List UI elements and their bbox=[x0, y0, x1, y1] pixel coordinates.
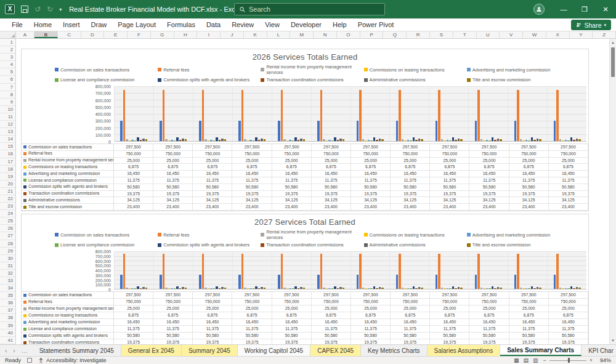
bar-rental-income-from-property-management-services[interactable] bbox=[126, 139, 128, 141]
bar-title-and-escrow-commission[interactable] bbox=[264, 288, 266, 289]
bar-advertising-and-marketing-commission[interactable] bbox=[525, 288, 528, 289]
bar-rental-income-from-property-management-services[interactable] bbox=[244, 288, 246, 289]
bar-transaction-coordination-commissions[interactable] bbox=[298, 140, 300, 141]
bar-commission-on-sales-transactions[interactable] bbox=[160, 121, 162, 141]
bar-commission-splits-with-agents-and-brokers[interactable] bbox=[334, 137, 336, 141]
row-header-15[interactable]: 15 bbox=[0, 143, 15, 150]
restore-button[interactable]: ❐ bbox=[574, 0, 595, 18]
ribbon-tab-view[interactable]: View bbox=[259, 19, 285, 30]
bar-administrative-commissions[interactable] bbox=[418, 139, 421, 141]
bar-license-and-compliance-commission[interactable] bbox=[213, 140, 216, 141]
bar-rental-income-from-property-management-services[interactable] bbox=[559, 288, 562, 289]
bar-commission-splits-with-agents-and-brokers[interactable] bbox=[216, 137, 218, 141]
ribbon-tab-help[interactable]: Help bbox=[327, 19, 352, 30]
bar-commission-on-sales-transactions[interactable] bbox=[120, 275, 123, 289]
prev-sheet-icon[interactable]: ‹ bbox=[2, 347, 9, 354]
row-header-2[interactable]: 2 bbox=[0, 46, 15, 54]
bar-title-and-escrow-commission[interactable] bbox=[460, 288, 463, 289]
column-header-R[interactable]: R bbox=[407, 31, 430, 38]
bar-referral-fees[interactable] bbox=[123, 254, 126, 289]
row-header-9[interactable]: 9 bbox=[0, 99, 15, 106]
bar-commissions-on-leasing-transactions[interactable] bbox=[483, 140, 485, 141]
column-header-B[interactable]: B bbox=[34, 31, 58, 38]
bar-commissions-on-leasing-transactions[interactable] bbox=[286, 140, 289, 141]
bar-title-and-escrow-commission[interactable] bbox=[578, 139, 581, 141]
bar-title-and-escrow-commission[interactable] bbox=[145, 288, 148, 289]
bar-administrative-commissions[interactable] bbox=[537, 287, 539, 289]
bar-commissions-on-leasing-transactions[interactable] bbox=[365, 288, 367, 289]
bar-title-and-escrow-commission[interactable] bbox=[185, 139, 187, 141]
bar-commissions-on-leasing-transactions[interactable] bbox=[404, 140, 407, 141]
row-header-28[interactable]: 28 bbox=[0, 240, 15, 248]
bar-advertising-and-marketing-commission[interactable] bbox=[407, 288, 410, 289]
ribbon-tab-data[interactable]: Data bbox=[201, 19, 226, 30]
column-header-J[interactable]: J bbox=[221, 31, 244, 38]
minimize-button[interactable]: — bbox=[553, 0, 574, 18]
bar-license-and-compliance-commission[interactable] bbox=[567, 140, 570, 141]
column-header-A[interactable]: A bbox=[16, 31, 34, 38]
bar-rental-income-from-property-management-services[interactable] bbox=[480, 288, 483, 289]
bar-administrative-commissions[interactable] bbox=[497, 287, 500, 289]
bar-commission-splits-with-agents-and-brokers[interactable] bbox=[531, 137, 533, 141]
bar-administrative-commissions[interactable] bbox=[221, 139, 224, 141]
bar-title-and-escrow-commission[interactable] bbox=[145, 139, 148, 141]
bar-rental-income-from-property-management-services[interactable] bbox=[323, 288, 325, 289]
bar-commissions-on-leasing-transactions[interactable] bbox=[326, 288, 328, 289]
bar-referral-fees[interactable] bbox=[556, 90, 559, 141]
bar-administrative-commissions[interactable] bbox=[261, 139, 263, 141]
bar-rental-income-from-property-management-services[interactable] bbox=[165, 288, 168, 289]
row-header-25[interactable]: 25 bbox=[0, 217, 15, 225]
bar-rental-income-from-property-management-services[interactable] bbox=[520, 139, 522, 141]
bar-commission-splits-with-agents-and-brokers[interactable] bbox=[137, 286, 139, 289]
bar-commission-on-sales-transactions[interactable] bbox=[160, 275, 162, 289]
bar-commission-splits-with-agents-and-brokers[interactable] bbox=[176, 286, 179, 289]
legend-item-rental-income-from-property-management-services[interactable]: Rental income from property management s… bbox=[261, 229, 363, 240]
row-header-6[interactable]: 6 bbox=[0, 76, 15, 83]
bar-commission-splits-with-agents-and-brokers[interactable] bbox=[255, 286, 257, 289]
bar-commission-splits-with-agents-and-brokers[interactable] bbox=[492, 286, 494, 289]
row-header-17[interactable]: 17 bbox=[0, 158, 15, 166]
legend-item-title-and-escrow-commission[interactable]: Title and escrow commission bbox=[467, 242, 570, 248]
bar-administrative-commissions[interactable] bbox=[182, 139, 184, 141]
legend-item-transaction-coordination-commissions[interactable]: Transaction coordination commissions bbox=[261, 242, 363, 248]
bar-transaction-coordination-commissions[interactable] bbox=[533, 140, 536, 141]
bar-title-and-escrow-commission[interactable] bbox=[578, 288, 581, 289]
bar-advertising-and-marketing-commission[interactable] bbox=[131, 140, 134, 141]
row-header-5[interactable]: 5 bbox=[0, 68, 15, 76]
row-header-13[interactable]: 13 bbox=[0, 128, 15, 135]
bar-commission-splits-with-agents-and-brokers[interactable] bbox=[334, 286, 336, 289]
bar-transaction-coordination-commissions[interactable] bbox=[533, 288, 536, 289]
bar-license-and-compliance-commission[interactable] bbox=[134, 140, 137, 141]
column-header-Z[interactable]: Z bbox=[593, 31, 616, 38]
bar-commission-on-sales-transactions[interactable] bbox=[436, 121, 438, 141]
legend-item-license-and-compliance-commission[interactable]: License and compliance commission bbox=[55, 242, 158, 248]
bar-commission-on-sales-transactions[interactable] bbox=[238, 121, 241, 141]
bar-transaction-coordination-commissions[interactable] bbox=[337, 140, 339, 141]
bar-rental-income-from-property-management-services[interactable] bbox=[559, 139, 562, 141]
bar-commission-splits-with-agents-and-brokers[interactable] bbox=[294, 286, 297, 289]
search-input[interactable]: Search bbox=[234, 3, 385, 15]
bar-referral-fees[interactable] bbox=[163, 90, 165, 141]
bar-commission-on-sales-transactions[interactable] bbox=[554, 275, 556, 289]
bar-transaction-coordination-commissions[interactable] bbox=[415, 288, 418, 289]
legend-item-referral-fees[interactable]: Referral fees bbox=[158, 64, 261, 75]
bar-transaction-coordination-commissions[interactable] bbox=[179, 140, 182, 141]
column-header-W[interactable]: W bbox=[523, 31, 546, 38]
ribbon-tab-page-layout[interactable]: Page Layout bbox=[112, 19, 161, 30]
bar-title-and-escrow-commission[interactable] bbox=[303, 288, 306, 289]
bar-commission-splits-with-agents-and-brokers[interactable] bbox=[452, 137, 455, 141]
bar-title-and-escrow-commission[interactable] bbox=[421, 288, 423, 289]
bar-referral-fees[interactable] bbox=[438, 254, 440, 289]
column-header-E[interactable]: E bbox=[104, 31, 128, 38]
column-header-S[interactable]: S bbox=[430, 31, 453, 38]
bar-advertising-and-marketing-commission[interactable] bbox=[368, 288, 370, 289]
column-header-X[interactable]: X bbox=[546, 31, 570, 38]
row-header-40[interactable]: 40 bbox=[0, 330, 15, 337]
bar-rental-income-from-property-management-services[interactable] bbox=[441, 288, 444, 289]
select-all-corner[interactable] bbox=[0, 31, 16, 38]
bar-referral-fees[interactable] bbox=[241, 90, 244, 141]
next-sheet-icon[interactable]: › bbox=[10, 347, 17, 354]
row-header-7[interactable]: 7 bbox=[0, 84, 15, 91]
bar-rental-income-from-property-management-services[interactable] bbox=[283, 288, 286, 289]
bar-commission-splits-with-agents-and-brokers[interactable] bbox=[413, 286, 415, 289]
